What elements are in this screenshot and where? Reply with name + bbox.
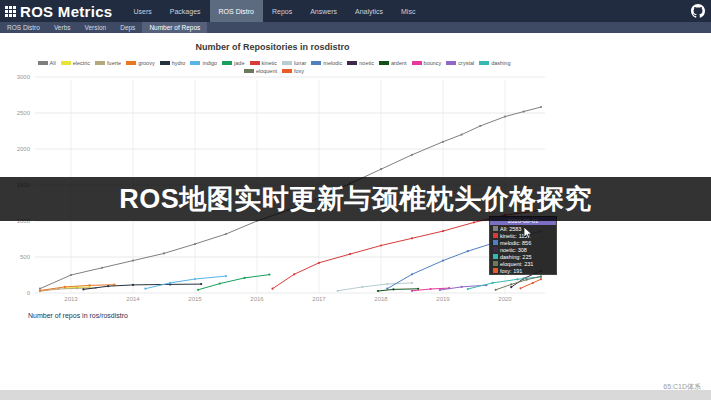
overlay-banner: ROS地图实时更新与颈椎枕头价格探究 (0, 177, 711, 221)
subnav-item-version[interactable]: Version (78, 22, 114, 33)
legend-swatch-all (38, 61, 48, 65)
tooltip-chip (493, 226, 498, 231)
legend-label: eloquent (256, 68, 277, 74)
legend-item-indigo[interactable]: indigo (190, 60, 217, 66)
mouse-cursor-icon (524, 227, 533, 239)
subnav-item-ros-distro[interactable]: ROS Distro (0, 22, 47, 33)
legend-swatch-jade (222, 61, 232, 65)
top-header: ROS Metrics UsersPackagesROS DistroRepos… (0, 0, 711, 22)
legend-item-crystal[interactable]: crystal (446, 60, 474, 66)
nav-item-answers[interactable]: Answers (301, 0, 346, 22)
legend-item-groovy[interactable]: groovy (126, 60, 155, 66)
tooltip-chip (493, 268, 498, 273)
svg-text:2019: 2019 (436, 296, 450, 302)
sub-nav: ROS DistroVerbsVersionDepsNumber of Repo… (0, 22, 711, 33)
legend-label: bouncy (424, 60, 442, 66)
brand-title: ROS Metrics (20, 3, 113, 20)
tooltip-value: melodic: 856 (500, 240, 531, 246)
legend-label: fuerte (107, 60, 121, 66)
page: 2013201420152016201720182019202005001000… (0, 0, 711, 400)
legend-item-kinetic[interactable]: kinetic (250, 60, 278, 66)
tooltip-value: dashing: 225 (500, 254, 532, 260)
legend-label: foxy (294, 68, 304, 74)
tooltip-rows: All: 2583kinetic: 1151melodic: 856noetic… (490, 225, 556, 274)
legend-swatch-eloquent (244, 69, 254, 73)
svg-text:2013: 2013 (64, 296, 78, 302)
tooltip-chip (493, 240, 498, 245)
legend-item-noetic[interactable]: noetic (347, 60, 374, 66)
legend-item-jade[interactable]: jade (222, 60, 244, 66)
legend-item-melodic[interactable]: melodic (311, 60, 342, 66)
legend-item-dashing[interactable]: dashing (479, 60, 510, 66)
legend-item-electric[interactable]: electric (61, 60, 90, 66)
github-icon[interactable] (691, 4, 705, 18)
legend-swatch-dashing (479, 61, 489, 65)
legend-swatch-noetic (347, 61, 357, 65)
chart-tooltip: 2020-08-01 All: 2583kinetic: 1151melodic… (489, 216, 557, 275)
grid-icon (5, 6, 16, 17)
watermark-text: 65:C1D体系 (663, 382, 701, 392)
nav-item-misc[interactable]: Misc (392, 0, 424, 22)
svg-text:2016: 2016 (250, 296, 264, 302)
legend-swatch-kinetic (250, 61, 260, 65)
legend-item-ardent[interactable]: ardent (379, 60, 407, 66)
svg-text:2000: 2000 (17, 146, 31, 152)
svg-text:2500: 2500 (17, 110, 31, 116)
legend-label: ardent (391, 60, 407, 66)
legend-item-fuerte[interactable]: fuerte (95, 60, 121, 66)
legend-label: crystal (458, 60, 474, 66)
tooltip-chip (493, 261, 498, 266)
tooltip-chip (493, 247, 498, 252)
subnav-item-number-of-repos[interactable]: Number of Repos (142, 22, 207, 33)
tooltip-row-dashing: dashing: 225 (490, 253, 556, 260)
legend-item-foxy[interactable]: foxy (282, 68, 304, 74)
legend-label: jade (234, 60, 244, 66)
legend-item-bouncy[interactable]: bouncy (412, 60, 442, 66)
svg-text:0: 0 (27, 290, 31, 296)
legend-swatch-indigo (190, 61, 200, 65)
tooltip-value: eloquent: 231 (500, 261, 533, 267)
brand-home-link[interactable]: ROS Metrics (0, 3, 121, 20)
legend-swatch-foxy (282, 69, 292, 73)
legend-swatch-groovy (126, 61, 136, 65)
tooltip-chip (493, 254, 498, 259)
nav-item-analytics[interactable]: Analytics (346, 0, 392, 22)
legend-label: groovy (138, 60, 155, 66)
svg-text:2015: 2015 (188, 296, 202, 302)
legend-label: dashing (491, 60, 510, 66)
svg-text:500: 500 (20, 254, 31, 260)
legend-label: hydro (172, 60, 186, 66)
legend-label: lunar (294, 60, 306, 66)
legend-swatch-lunar (282, 61, 292, 65)
subnav-item-deps[interactable]: Deps (113, 22, 142, 33)
tooltip-value: noetic: 308 (500, 247, 527, 253)
legend-item-lunar[interactable]: lunar (282, 60, 306, 66)
nav-item-repos[interactable]: Repos (263, 0, 301, 22)
legend-label: electric (73, 60, 90, 66)
nav-item-ros-distro[interactable]: ROS Distro (210, 0, 263, 22)
legend-item-hydro[interactable]: hydro (160, 60, 186, 66)
nav-item-packages[interactable]: Packages (161, 0, 210, 22)
legend-swatch-hydro (160, 61, 170, 65)
tooltip-row-all: All: 2583 (490, 225, 556, 232)
tooltip-row-eloquent: eloquent: 231 (490, 260, 556, 267)
svg-text:3000: 3000 (17, 74, 31, 80)
svg-text:2020: 2020 (498, 296, 512, 302)
nav-item-users[interactable]: Users (125, 0, 161, 22)
subnav-item-verbs[interactable]: Verbs (47, 22, 78, 33)
legend-item-all[interactable]: All (38, 60, 56, 66)
tooltip-row-foxy: foxy: 191 (490, 267, 556, 274)
chart-title: Number of Repositories in rosdistro (0, 42, 545, 52)
tooltip-row-noetic: noetic: 308 (490, 246, 556, 253)
legend-label: kinetic (262, 60, 278, 66)
legend-label: indigo (202, 60, 217, 66)
tooltip-row-kinetic: kinetic: 1151 (490, 232, 556, 239)
legend-label: noetic (359, 60, 374, 66)
svg-text:2017: 2017 (312, 296, 326, 302)
repos-source-link[interactable]: Number of repos in ros/rosdistro (28, 312, 128, 319)
overlay-banner-text: ROS地图实时更新与颈椎枕头价格探究 (119, 181, 592, 217)
legend-item-eloquent[interactable]: eloquent (244, 68, 277, 74)
chart-legend: Allelectricfuertegroovyhydroindigojadeki… (4, 60, 544, 74)
svg-text:2018: 2018 (374, 296, 388, 302)
legend-swatch-ardent (379, 61, 389, 65)
